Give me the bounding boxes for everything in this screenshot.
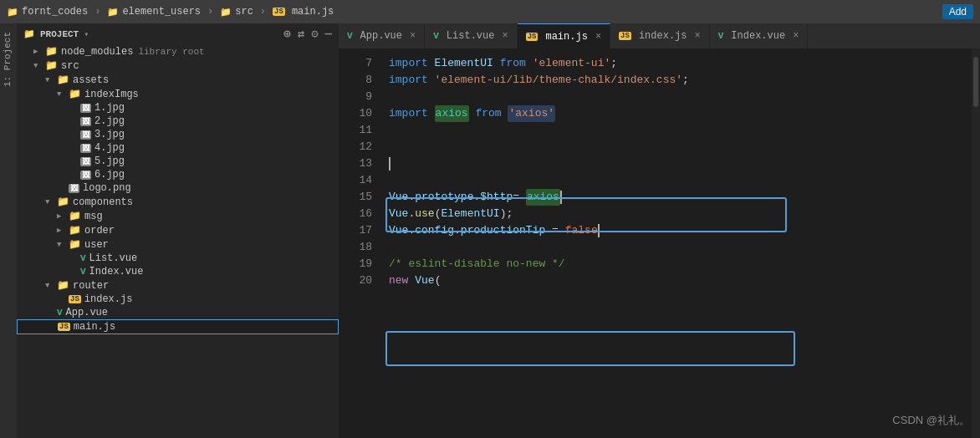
folder-icon-router: 📁 <box>57 279 69 292</box>
arrow-icon-order: ▶ <box>57 226 67 235</box>
tree-item-5jpg[interactable]: 🖼 5.jpg <box>17 155 339 168</box>
project-tab-label[interactable]: 1: Project <box>0 27 15 92</box>
tree-label-msg: msg <box>84 211 103 222</box>
tree-item-src[interactable]: ▼ 📁 src <box>17 59 339 73</box>
tab-appvue[interactable]: V App.vue × <box>339 23 425 48</box>
tree-item-msg[interactable]: ▶ 📁 msg <box>17 209 339 223</box>
tab-listvue[interactable]: V List.vue × <box>425 23 517 48</box>
line-num-13: 13 <box>339 155 372 172</box>
tree-item-mainjs[interactable]: JS main.js <box>17 319 339 334</box>
breadcrumb-src-label[interactable]: src <box>235 6 253 18</box>
tree-item-4jpg[interactable]: 🖼 4.jpg <box>17 141 339 155</box>
code-line-19: /* eslint-disable no-new */ <box>389 256 972 272</box>
csdn-watermark: CSDN @礼礼。 <box>892 413 970 428</box>
close-indexvue-button[interactable]: × <box>793 30 799 42</box>
cursor-15 <box>560 191 562 204</box>
tree-item-3jpg[interactable]: 🖼 3.jpg <box>17 128 339 141</box>
tab-appvue-label: App.vue <box>360 30 402 42</box>
breadcrumb-mainjs-label[interactable]: main.js <box>292 6 334 18</box>
line-numbers: 7 8 9 10 11 12 13 14 15 16 17 18 19 20 <box>339 48 379 438</box>
tree-item-components[interactable]: ▼ 📁 components <box>17 195 339 209</box>
tree-item-indeximgs[interactable]: ▼ 📁 indexImgs <box>17 87 339 101</box>
tree-item-2jpg[interactable]: 🖼 2.jpg <box>17 115 339 128</box>
paren-16a: ( <box>435 206 442 222</box>
eq-17: = <box>545 222 564 239</box>
tab-indexvue-label: Index.vue <box>731 30 785 42</box>
folder-icon: 📁 <box>7 7 18 18</box>
tree-label-assets: assets <box>73 74 109 86</box>
tab-mainjs[interactable]: JS main.js × <box>518 23 610 48</box>
tree-item-router[interactable]: ▼ 📁 router <box>17 278 339 293</box>
tree-item-index-vue-user[interactable]: V Index.vue <box>17 265 339 278</box>
line-num-14: 14 <box>339 172 372 189</box>
tree-item-appvue[interactable]: V App.vue <box>17 306 339 319</box>
scroll-indicator[interactable] <box>972 48 980 438</box>
breadcrumb-element-users-label[interactable]: element_users <box>122 6 201 18</box>
tree-label-3jpg: 3.jpg <box>94 129 125 140</box>
minus-icon[interactable]: — <box>325 27 332 41</box>
file-tree: ▶ 📁 node_modules library root ▼ 📁 src ▼ … <box>17 44 339 438</box>
line-num-9: 9 <box>339 89 372 105</box>
tree-label-node-modules: node_modules <box>61 46 133 58</box>
top-bar: 📁 fornt_codes › 📁 element_users › 📁 src … <box>0 0 980 23</box>
tree-item-list-vue-user[interactable]: V List.vue <box>17 252 339 265</box>
breadcrumb-element-users: 📁 element_users <box>107 6 201 18</box>
element-ui-str: 'element-ui' <box>533 55 611 72</box>
main-layout: 1: Project 📁 Project ▾ ⊕ ⇄ ⚙ — ▶ 📁 node_… <box>0 23 980 438</box>
axios-var: axios <box>435 105 469 122</box>
code-line-7: import ElementUI from 'element-ui'; <box>389 55 972 72</box>
gear-icon[interactable]: ⚙ <box>311 27 318 41</box>
add-button[interactable]: Add <box>942 4 973 19</box>
false-kw: false <box>565 222 598 239</box>
eq-15: = <box>513 189 526 206</box>
comment-19: /* eslint-disable no-new */ <box>389 256 565 272</box>
tab-indexjs[interactable]: JS index.js × <box>610 23 710 48</box>
tree-item-router-indexjs[interactable]: JS index.js <box>17 293 339 306</box>
sidebar-title: Project <box>40 29 79 39</box>
vue-var-20: Vue <box>415 272 434 289</box>
arrow-icon-src: ▼ <box>33 62 43 70</box>
close-indexjs-button[interactable]: × <box>695 30 701 42</box>
breadcrumb-src: 📁 src <box>220 6 253 18</box>
tree-label-indeximgs: indexImgs <box>84 89 139 100</box>
tree-item-node-modules[interactable]: ▶ 📁 node_modules library root <box>17 44 339 59</box>
close-mainjs-button[interactable]: × <box>595 31 601 43</box>
breadcrumb-fornt_codes[interactable]: fornt_codes <box>22 6 88 18</box>
add-icon[interactable]: ⊕ <box>283 27 290 41</box>
paren-20: ( <box>435 272 442 289</box>
line-num-7: 7 <box>339 55 372 72</box>
tree-item-6jpg[interactable]: 🖼 6.jpg <box>17 168 339 181</box>
highlight-box-line15 <box>385 331 795 366</box>
tree-item-1jpg[interactable]: 🖼 1.jpg <box>17 101 339 115</box>
arrow-icon-router: ▼ <box>45 282 55 290</box>
elementui-var-16: ElementUI <box>441 206 499 222</box>
tree-item-user[interactable]: ▼ 📁 user <box>17 237 339 252</box>
tree-item-order[interactable]: ▶ 📁 order <box>17 223 339 237</box>
js-icon-tab-index: JS <box>619 32 631 40</box>
tree-label-6jpg: 6.jpg <box>94 169 125 181</box>
dot-17: . <box>408 222 415 239</box>
vue-icon-tab-indexvue: V <box>718 31 724 41</box>
tab-indexvue[interactable]: V Index.vue × <box>710 23 809 48</box>
code-line-8: import 'element-ui/lib/theme-chalk/index… <box>389 72 972 89</box>
line-num-16: 16 <box>339 206 372 222</box>
tabs-bar: V App.vue × V List.vue × JS main.js × JS… <box>339 23 980 48</box>
code-line-11 <box>389 122 972 139</box>
swap-icon[interactable]: ⇄ <box>298 27 304 41</box>
code-line-9 <box>389 89 972 105</box>
close-appvue-button[interactable]: × <box>410 30 416 42</box>
close-listvue-button[interactable]: × <box>502 30 508 42</box>
code-content[interactable]: import ElementUI from 'element-ui'; impo… <box>379 48 972 438</box>
tree-label-user: user <box>84 239 109 251</box>
semi-7: ; <box>610 55 617 72</box>
paren-16b: ); <box>500 206 513 222</box>
sidebar-dropdown-icon[interactable]: ▾ <box>84 29 89 39</box>
tree-label-router-indexjs: index.js <box>84 293 133 305</box>
dot-17b: . <box>454 222 461 239</box>
line-num-20: 20 <box>339 272 372 289</box>
breadcrumb: 📁 fornt_codes <box>7 6 88 18</box>
tree-item-assets[interactable]: ▼ 📁 assets <box>17 73 339 87</box>
sidebar: 📁 Project ▾ ⊕ ⇄ ⚙ — ▶ 📁 node_modules lib… <box>17 23 339 438</box>
tree-item-logo[interactable]: 🖼 logo.png <box>17 181 339 195</box>
vue-var-16: Vue <box>389 206 408 222</box>
